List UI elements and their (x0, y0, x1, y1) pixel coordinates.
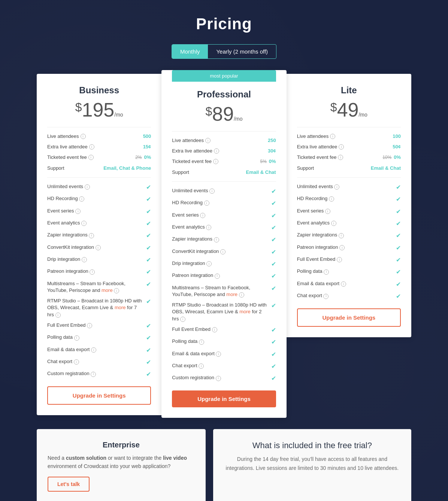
check-icon: ✔ (146, 322, 151, 330)
check-icon: ✔ (396, 268, 401, 276)
lite-feature-2: HD Recording i ✔ (297, 195, 401, 203)
lite-ticketed-fee-label: Ticketed event fee i (297, 154, 383, 161)
free-trial-body: During the 14 day free trial, you'll hav… (224, 455, 400, 473)
business-feature-10: RTMP Studio – Broadcast in 1080p HD with… (47, 298, 151, 318)
more-link[interactable]: more (115, 305, 126, 310)
professional-fee-values: 5% 0% (260, 158, 276, 165)
info-icon[interactable]: i (214, 148, 219, 154)
info-icon[interactable]: i (200, 213, 205, 218)
info-icon[interactable]: i (239, 292, 244, 298)
info-icon[interactable]: i (337, 257, 342, 262)
enterprise-lets-talk-button[interactable]: Let's talk (48, 477, 90, 492)
professional-support-value: Email & Chat (246, 169, 276, 176)
info-icon[interactable]: i (87, 323, 92, 328)
info-icon[interactable]: i (214, 237, 219, 242)
info-icon[interactable]: i (341, 281, 346, 287)
lite-feature-6: Patreon integration i ✔ (297, 244, 401, 252)
lite-feature-4: Event analytics i ✔ (297, 220, 401, 228)
info-icon[interactable]: i (213, 159, 218, 164)
professional-ticketed-fee-label: Ticketed event fee i (172, 158, 260, 165)
check-icon: ✔ (271, 272, 276, 280)
info-icon[interactable]: i (338, 155, 343, 160)
info-icon[interactable]: i (331, 221, 336, 226)
lite-upgrade-button[interactable]: Upgrade in Settings (297, 308, 401, 327)
check-icon: ✔ (146, 232, 151, 240)
info-icon[interactable]: i (206, 261, 212, 266)
info-icon[interactable]: i (330, 134, 335, 139)
info-icon[interactable]: i (74, 359, 79, 365)
info-icon[interactable]: i (85, 184, 90, 190)
business-fee-new: 0% (144, 154, 151, 161)
business-feature-14: Chat export i ✔ (47, 358, 151, 366)
professional-feature-8: Patreon integration i ✔ (172, 272, 276, 280)
monthly-toggle[interactable]: Monthly (172, 45, 208, 58)
professional-extra-attendee-label: Extra live attendee i (172, 148, 268, 154)
professional-feature-11: Full Event Embed i ✔ (172, 326, 276, 334)
professional-feature-14: Chat export i ✔ (172, 362, 276, 371)
business-extra-attendee-value: 15¢ (143, 144, 151, 150)
info-icon[interactable]: i (180, 317, 185, 322)
info-icon[interactable]: i (216, 376, 221, 381)
business-upgrade-button[interactable]: Upgrade in Settings (47, 386, 151, 405)
business-fee-old: 2% (135, 154, 142, 161)
check-icon: ✔ (271, 374, 276, 383)
info-icon[interactable]: i (324, 269, 329, 275)
professional-extra-attendee-row: Extra live attendee i 30¢ (172, 148, 276, 154)
info-icon[interactable]: i (204, 200, 209, 206)
professional-feature-4: Event analytics i ✔ (172, 224, 276, 232)
check-icon: ✔ (146, 220, 151, 228)
info-icon[interactable]: i (339, 245, 345, 250)
business-extra-attendee-row: Extra live attendee i 15¢ (47, 144, 151, 150)
lite-dollar-sign: $ (330, 100, 337, 114)
info-icon[interactable]: i (74, 335, 79, 341)
lite-feature-5: Zapier integrations i ✔ (297, 232, 401, 240)
info-icon[interactable]: i (96, 245, 101, 250)
check-icon: ✔ (146, 268, 151, 276)
check-icon: ✔ (396, 256, 401, 264)
toggle-container: Monthly Yearly (2 months off) (172, 44, 276, 59)
info-icon[interactable]: i (81, 221, 87, 226)
info-icon[interactable]: i (199, 339, 204, 345)
check-icon: ✔ (396, 208, 401, 216)
info-icon[interactable]: i (329, 196, 334, 202)
info-icon[interactable]: i (89, 144, 94, 150)
info-icon[interactable]: i (323, 294, 329, 299)
check-icon: ✔ (271, 248, 276, 256)
info-icon[interactable]: i (212, 327, 217, 332)
info-icon[interactable]: i (81, 134, 86, 139)
more-link[interactable]: more (226, 292, 237, 297)
info-icon[interactable]: i (55, 313, 61, 318)
info-icon[interactable]: i (325, 209, 330, 214)
business-live-attendees-label: Live attendees i (47, 133, 143, 140)
info-icon[interactable]: i (114, 288, 119, 293)
info-icon[interactable]: i (215, 274, 220, 279)
info-icon[interactable]: i (334, 184, 339, 190)
info-icon[interactable]: i (216, 351, 221, 357)
professional-upgrade-button[interactable]: Upgrade in Settings (172, 390, 276, 407)
yearly-toggle[interactable]: Yearly (2 months off) (208, 45, 276, 58)
info-icon[interactable]: i (205, 138, 211, 143)
professional-live-attendees-row: Live attendees i 250 (172, 137, 276, 144)
info-icon[interactable]: i (209, 188, 215, 194)
info-icon[interactable]: i (75, 209, 81, 214)
info-icon[interactable]: i (89, 233, 94, 238)
info-icon[interactable]: i (90, 269, 95, 275)
professional-feature-12: Polling data i ✔ (172, 338, 276, 346)
check-icon: ✔ (271, 212, 276, 220)
info-icon[interactable]: i (79, 196, 84, 202)
info-icon[interactable]: i (339, 233, 344, 238)
lite-extra-attendee-label: Extra live attendee i (297, 144, 393, 150)
info-icon[interactable]: i (339, 144, 344, 150)
info-icon[interactable]: i (91, 372, 96, 377)
professional-fee-old: 5% (260, 159, 267, 165)
info-icon[interactable]: i (88, 155, 94, 160)
info-icon[interactable]: i (82, 257, 87, 262)
free-trial-title: What is included in the free trial? (224, 441, 400, 450)
info-icon[interactable]: i (206, 225, 211, 230)
info-icon[interactable]: i (91, 347, 96, 353)
more-link[interactable]: more (102, 287, 113, 293)
info-icon[interactable]: i (220, 249, 225, 254)
info-icon[interactable]: i (199, 363, 204, 369)
business-amount: 195 (82, 99, 115, 121)
more-link[interactable]: more (239, 309, 251, 314)
